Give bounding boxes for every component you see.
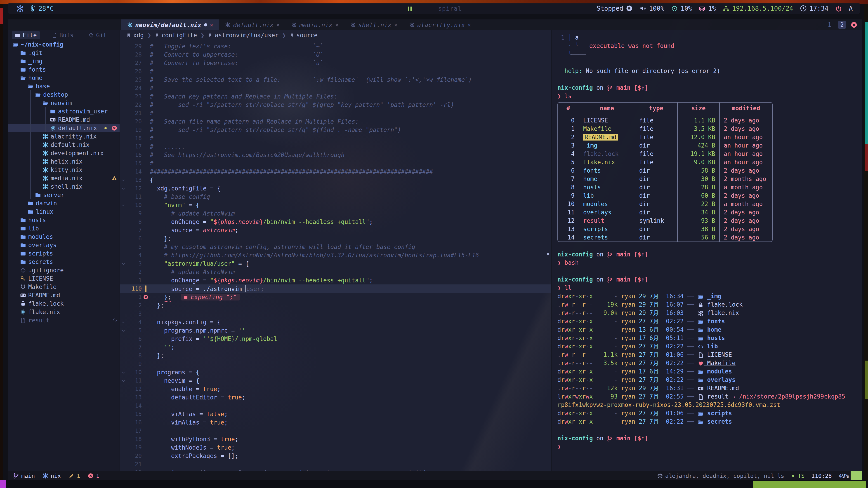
keyboard-layout[interactable]: A (849, 5, 852, 12)
neotree-source-git[interactable]: Git (85, 31, 110, 39)
tree-item[interactable]: _img (8, 57, 120, 65)
fold-column[interactable] (120, 260, 127, 267)
ls-name: _img (579, 141, 635, 150)
buffer-tab[interactable]: alacritty.nix✕ (403, 20, 477, 30)
fold-column[interactable] (120, 319, 127, 326)
line-number: 16 (127, 419, 142, 426)
tree-item[interactable]: fonts (8, 65, 120, 74)
folder-icon (35, 192, 41, 198)
tree-item-label: darwin (36, 200, 57, 207)
tree-item[interactable]: default.nix (8, 124, 120, 132)
tree-item[interactable]: hosts (8, 216, 120, 224)
tree-item[interactable]: Makefile (8, 283, 120, 291)
buffer-close-icon[interactable]: ✕ (276, 22, 279, 28)
tree-item[interactable]: media.nix (8, 174, 120, 182)
buffer-close-icon[interactable]: ✕ (210, 22, 213, 28)
media-player-module[interactable]: Stopped (596, 5, 633, 12)
volume-module[interactable]: 100% (640, 5, 664, 12)
breadcrumb-item[interactable]: xdg (126, 32, 144, 39)
memory-module[interactable]: 1% (699, 5, 716, 12)
fold-column[interactable] (120, 185, 127, 192)
tree-item[interactable]: flake.lock (8, 299, 120, 308)
nix-icon (42, 184, 49, 190)
buffer-close-icon[interactable]: ✕ (335, 22, 338, 28)
breadcrumb-item[interactable]: source (289, 32, 318, 39)
tree-item[interactable]: neovim (8, 99, 120, 107)
tree-item[interactable]: home (8, 74, 120, 82)
neotree-source-file[interactable]: File (12, 31, 40, 39)
tree-item[interactable]: linux (8, 207, 120, 216)
fold-column[interactable] (120, 202, 127, 208)
cpu-module[interactable]: 10% (671, 5, 692, 12)
tree-item[interactable]: astronvim_user (8, 107, 120, 116)
fold-column[interactable] (120, 177, 127, 184)
editor-pane[interactable]: xdg❯configFile❯astronvim/lua/user❯source… (120, 30, 551, 471)
code-line: 8 onChange = "${pkgs.neovim}/bin/nvim --… (120, 218, 551, 226)
code-line: 3 "astronvim/lua/user" = { (120, 259, 551, 268)
ls-index: 14 (558, 233, 579, 241)
code-text: # sed -ri "s/pattern_str/replace_str/g" … (150, 127, 551, 133)
circle-x-icon (88, 473, 94, 479)
tree-item[interactable]: default.nix (8, 140, 120, 149)
line-number: 23 (127, 93, 142, 100)
fold-column[interactable] (120, 327, 127, 334)
branch-icon (607, 436, 613, 442)
clock-module[interactable]: 17:34 (800, 5, 829, 12)
tree-item[interactable]: result (8, 316, 120, 324)
indent-guide (38, 132, 38, 140)
tree-item[interactable]: LICENSE (8, 274, 120, 283)
tree-item-label: alacritty.nix (51, 133, 97, 140)
split-separator[interactable] (551, 30, 552, 471)
tree-item[interactable]: README.md (8, 116, 120, 124)
neotree-source-bufs[interactable]: Bufs (49, 31, 77, 39)
breadcrumb-item[interactable]: configFile (155, 32, 197, 39)
tree-item[interactable]: helix.nix (8, 157, 120, 166)
buffer-tab[interactable]: neovim/default.nix✕ (121, 20, 219, 30)
tag-icon (208, 33, 213, 37)
nix-icon (42, 167, 49, 173)
breadcrumb-label: astronvim/lua/user (215, 32, 278, 39)
close-icon[interactable] (112, 125, 117, 131)
pause-icon[interactable] (406, 5, 413, 12)
buffer-close-icon[interactable]: ✕ (468, 22, 471, 28)
ls-type: dir (635, 200, 677, 208)
tabline-close-button[interactable] (850, 22, 857, 28)
code-line: 18 withPython3 = true; (120, 435, 551, 443)
buffer-close-icon[interactable]: ✕ (394, 22, 397, 28)
network-module[interactable]: 192.168.5.100/24 (723, 5, 793, 12)
tabpage-1[interactable]: 1 (826, 21, 834, 29)
tree-item[interactable]: shell.nix (8, 182, 120, 191)
tree-item[interactable]: README.md (8, 291, 120, 299)
tree-item[interactable]: .git (8, 48, 120, 57)
tree-item[interactable]: overlays (8, 241, 120, 249)
tree-item[interactable]: lib (8, 224, 120, 232)
fold-column[interactable] (120, 377, 127, 384)
tree-item[interactable]: .gitignore (8, 266, 120, 274)
terminal-panel[interactable]: 1 │ a · ╰── executable was not found ╰──… (552, 30, 862, 471)
tree-item[interactable]: secrets (8, 258, 120, 266)
tree-item[interactable]: flake.nix (8, 308, 120, 316)
tabpage-2[interactable]: 2 (838, 21, 846, 29)
tree-item[interactable]: server (8, 191, 120, 199)
tree-item[interactable]: base (8, 82, 120, 90)
tree-item[interactable]: kitty.nix (8, 166, 120, 174)
warnings: 1 (68, 473, 80, 479)
tree-item[interactable]: development.nix (8, 149, 120, 157)
tree-item[interactable]: ~/nix-config (8, 40, 120, 48)
tree-item[interactable]: modules (8, 232, 120, 241)
tree-item[interactable]: alacritty.nix (8, 132, 120, 140)
buffer-tab[interactable]: default.nix✕ (219, 20, 285, 30)
nixos-logo-icon[interactable] (16, 4, 24, 12)
fold-column[interactable] (120, 369, 127, 376)
temperature-module[interactable]: 28°C (29, 5, 54, 12)
buffer-tab[interactable]: shell.nix✕ (344, 20, 403, 30)
indent-guide (38, 166, 38, 174)
ls-modified: 2 days ago (719, 208, 772, 217)
buffer-tab[interactable]: media.nix✕ (285, 20, 344, 30)
code-text: # (150, 110, 551, 117)
breadcrumb-item[interactable]: astronvim/lua/user (208, 32, 278, 39)
power-button[interactable] (835, 5, 842, 12)
tree-item[interactable]: desktop (8, 90, 120, 99)
tree-item[interactable]: scripts (8, 249, 120, 258)
tree-item[interactable]: darwin (8, 199, 120, 207)
